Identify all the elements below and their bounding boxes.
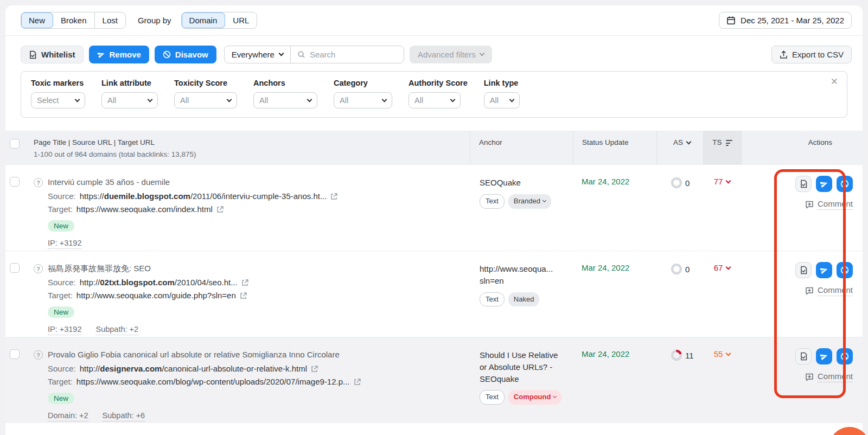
expand-link[interactable]: Domain: +2 <box>48 411 88 421</box>
table-row: ? 福島原発事故無罪放免: SEO Source: http://02txt.b… <box>5 251 863 337</box>
date-range-picker[interactable]: Dec 25, 2021 - Mar 25, 2022 <box>719 12 852 29</box>
question-icon[interactable]: ? <box>34 350 43 360</box>
anchor-tag-text[interactable]: Text <box>480 194 505 209</box>
comment-button[interactable]: Comment <box>805 285 853 296</box>
filter-label: Link type <box>484 79 520 87</box>
status-update-date: Mar 24, 2022 <box>573 251 656 337</box>
remove-button[interactable]: Remove <box>89 46 149 63</box>
anchor-tag-branded[interactable]: Branded <box>508 194 551 209</box>
tab-group-url[interactable]: URL <box>225 12 257 28</box>
search-input[interactable] <box>310 50 391 59</box>
authority-score: 0 <box>656 165 703 251</box>
authority-score: 11 <box>656 337 703 423</box>
remove-label: Remove <box>110 50 141 59</box>
external-link-icon[interactable] <box>354 378 361 386</box>
comment-label: Comment <box>818 199 853 210</box>
expand-link[interactable]: Subpath: +2 <box>95 325 138 335</box>
as-donut-icon <box>671 263 682 275</box>
external-link-icon[interactable] <box>216 206 224 213</box>
source-url[interactable]: http://designerva.com/canonical-url-abso… <box>80 364 307 373</box>
advanced-filters-label: Advanced filters <box>418 50 476 59</box>
as-value: 11 <box>685 351 694 360</box>
close-icon[interactable]: ✕ <box>831 76 838 87</box>
disavow-button[interactable]: Disavow <box>155 46 216 63</box>
tab-lost[interactable]: Lost <box>95 12 125 28</box>
filter-select[interactable]: All <box>174 92 237 108</box>
page-title: 福島原発事故無罪放免: SEO <box>48 263 249 274</box>
anchor-text: SEOQuake <box>480 177 565 189</box>
source-url[interactable]: https://duemile.blogspot.com/2011/06/int… <box>80 191 327 201</box>
toxicity-score[interactable]: 67 <box>703 251 741 337</box>
external-link-icon[interactable] <box>330 193 338 200</box>
anchor-tag-compound[interactable]: Compound <box>508 390 562 405</box>
tab-group-domain[interactable]: Domain <box>182 12 226 28</box>
expand-link[interactable]: Subpath: +6 <box>103 411 145 421</box>
source-label: Source: <box>48 278 76 287</box>
external-link-icon[interactable] <box>311 365 318 373</box>
column-ts[interactable]: TS <box>703 131 741 164</box>
comment-button[interactable]: Comment <box>805 372 853 382</box>
export-csv-button[interactable]: Export to CSV <box>771 46 852 63</box>
authority-score: 0 <box>656 251 703 337</box>
filter-select[interactable]: Select <box>31 92 85 108</box>
anchor-tag-text[interactable]: Text <box>480 390 505 405</box>
filter-select[interactable]: All <box>253 92 317 108</box>
tab-new[interactable]: New <box>21 12 53 28</box>
column-anchor[interactable]: Anchor <box>470 131 573 164</box>
advanced-filters-button[interactable]: Advanced filters <box>410 46 492 63</box>
row-whitelist-button[interactable] <box>795 262 812 278</box>
as-value: 0 <box>685 178 690 188</box>
anchor-tags: TextCompound <box>480 390 565 405</box>
row-disavow-button[interactable] <box>837 348 853 364</box>
anchor-tag-naked[interactable]: Naked <box>508 292 540 307</box>
row-checkbox[interactable] <box>10 349 20 359</box>
row-remove-button[interactable] <box>816 348 832 364</box>
column-as[interactable]: AS <box>656 131 703 164</box>
filter-select[interactable]: All <box>409 92 461 108</box>
target-url[interactable]: https://www.seoquake.com/blog/wp-content… <box>76 377 350 386</box>
external-link-icon[interactable] <box>241 279 249 286</box>
row-checkbox[interactable] <box>10 177 20 187</box>
search-scope-value: Everywhere <box>232 50 275 59</box>
tab-broken[interactable]: Broken <box>53 12 95 28</box>
row-whitelist-button[interactable] <box>795 176 812 192</box>
filter-field: Link attributeAll <box>101 79 158 108</box>
row-remove-button[interactable] <box>816 176 832 192</box>
target-url[interactable]: http://www.seoquake.com/guide.php?sln=en <box>76 291 236 300</box>
expand-link[interactable]: IP: +3192 <box>48 239 81 249</box>
source-url[interactable]: http://02txt.blogspot.com/2010/04/seo.ht… <box>80 278 238 287</box>
top-bar: New Broken Lost Group by Domain URL Dec … <box>5 5 863 36</box>
row-meta: IP: +3192 <box>48 239 338 249</box>
expand-link[interactable]: IP: +3192 <box>48 325 81 335</box>
row-disavow-button[interactable] <box>837 176 853 192</box>
column-status-update[interactable]: Status Update <box>573 131 656 164</box>
filter-select[interactable]: All <box>101 92 158 108</box>
row-disavow-button[interactable] <box>837 262 853 278</box>
export-csv-label: Export to CSV <box>792 50 844 59</box>
row-checkbox[interactable] <box>10 263 20 273</box>
anchor-tag-text[interactable]: Text <box>480 292 505 307</box>
select-all-checkbox[interactable] <box>10 139 20 149</box>
filter-field: CategoryAll <box>334 79 392 108</box>
question-icon[interactable]: ? <box>34 178 43 187</box>
target-url[interactable]: https://www.seoquake.com/index.html <box>76 204 213 214</box>
toxicity-score[interactable]: 77 <box>703 165 741 251</box>
external-link-icon[interactable] <box>240 292 247 299</box>
toxicity-score[interactable]: 55 <box>703 337 741 423</box>
filter-select[interactable]: All <box>484 92 520 108</box>
send-icon <box>820 352 828 361</box>
question-icon[interactable]: ? <box>34 264 43 273</box>
search-scope-dropdown[interactable]: Everywhere <box>225 46 291 63</box>
target-label: Target: <box>48 204 73 214</box>
table-row: ? Interviú cumple 35 años - duemile Sour… <box>5 164 863 251</box>
filter-select[interactable]: All <box>334 92 392 108</box>
whitelist-button[interactable]: Whitelist <box>21 46 84 63</box>
row-meta: Domain: +2Subpath: +6 <box>48 411 361 421</box>
chevron-down-icon <box>278 51 284 56</box>
row-whitelist-button[interactable] <box>795 348 812 364</box>
anchor-tags: TextNaked <box>480 292 565 307</box>
comment-button[interactable]: Comment <box>805 199 853 210</box>
send-icon <box>820 180 828 188</box>
send-icon <box>820 266 828 274</box>
row-remove-button[interactable] <box>816 262 832 278</box>
